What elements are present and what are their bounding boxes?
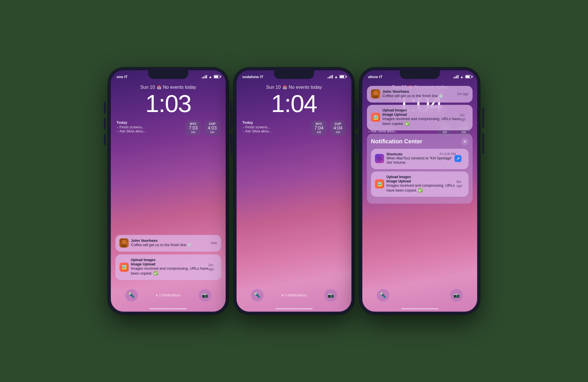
notif-upload-text: Upload Images Image Upload Images receiv… — [131, 258, 208, 276]
world-clock-cup: CUP 4:03 AM — [204, 120, 220, 136]
status-icons: ▲ — [453, 75, 471, 79]
battery-fill — [340, 76, 344, 78]
signal-icon — [202, 75, 207, 78]
center-upload-notification[interactable]: 🖼️ Upload Images Image Upload Images rec… — [371, 171, 469, 197]
cup-time: 4:04 — [333, 126, 342, 131]
svg-point-5 — [374, 91, 377, 95]
nyc-city-label: NYC — [316, 122, 322, 126]
world-clock-nyc: NYC 7:03 AM — [185, 120, 201, 136]
signal-bar-2 — [329, 76, 330, 78]
cup-time: 4:03 — [208, 126, 216, 131]
status-icons: ▲ — [202, 75, 220, 79]
date-text: Sun 10 — [266, 85, 281, 90]
upload-app-icon: 🖼️ — [119, 263, 129, 272]
wifi-icon: ▲ — [460, 75, 464, 79]
cup-ampm: AM — [210, 131, 214, 134]
bottom-bar: 🔦 📷 — [362, 284, 477, 312]
camera-button[interactable]: 📷 — [324, 289, 337, 302]
battery-fill — [214, 76, 218, 78]
camera-button[interactable]: 📷 — [199, 289, 211, 302]
notif-center-header: Notification Center ✕ — [371, 138, 469, 145]
notif-upload-text: Upload Images Image Upload Images receiv… — [382, 108, 460, 126]
signal-icon — [453, 75, 459, 78]
notch — [274, 70, 314, 79]
shortcuts-title: When MaxTicci connects to "KIA Sportage" — [386, 156, 452, 160]
svg-point-1 — [121, 244, 127, 248]
notif-upload-title: Image Upload — [382, 112, 460, 117]
flashlight-button[interactable]: 🔦 — [251, 289, 264, 302]
shortcuts-body: Set Volume — [386, 160, 452, 165]
notif-upload-title: Image Upload — [131, 262, 208, 266]
notif-time: 1m ago — [457, 92, 469, 96]
reminders-widget: Today Finish screens... Ask Silvia abou.… — [242, 120, 308, 133]
notification-upload[interactable]: 🖼️ Upload Images Image Upload Images rec… — [115, 254, 221, 280]
cup-ampm: AM — [336, 131, 340, 134]
center-upload-body: Images received and compressing. URLs ha… — [386, 183, 457, 193]
widgets-row: Today Finish screens... Ask Silvia abou.… — [237, 120, 351, 136]
notif-count-label: 5 Notifications — [285, 293, 306, 297]
carrier-label: one IT — [117, 75, 127, 79]
camera-button[interactable]: 📷 — [450, 289, 463, 302]
notifications-area: John Voorhees Coffee will get us to the … — [115, 235, 221, 283]
center-upload-title: Image Upload — [386, 179, 457, 183]
notif-dot — [282, 294, 283, 296]
notification-count: 2 Notifications — [156, 293, 181, 297]
nyc-ampm: AM — [191, 131, 196, 134]
lock-screen-content: Sun 10 📅 No events today 1:04 Today Fini… — [237, 85, 351, 138]
notif-upload-appname: Upload Images — [131, 258, 208, 262]
notif-header: John Voorhees Coffee will get us to the … — [119, 238, 217, 248]
date-line: Sun 10 📅 No events today — [237, 85, 351, 90]
signal-bar-4 — [206, 75, 207, 78]
reminder-item-1: Finish screens... — [117, 125, 182, 129]
widgets-row: Today Finish screens... Ask Silvia abou.… — [111, 120, 226, 136]
notif-header: John Voorhees Coffee will get us to the … — [371, 89, 469, 99]
upload-app-icon: 🖼️ — [371, 113, 380, 122]
nyc-ampm: AM — [317, 131, 321, 134]
carrier-label: vodafone IT — [242, 75, 263, 79]
nyc-time: 7:03 — [189, 126, 198, 131]
signal-bar-3 — [330, 76, 331, 78]
reminder-item-2: Ask Silvia abou... — [117, 129, 182, 133]
live-notif-upload[interactable]: 🖼️ Upload Images Image Upload Images rec… — [367, 105, 473, 130]
flashlight-button[interactable]: 🔦 — [125, 289, 138, 302]
center-upload-header: 🖼️ Upload Images Image Upload Images rec… — [375, 175, 465, 193]
signal-bar-1 — [202, 77, 203, 78]
notif-count-label: 2 Notifications — [159, 293, 181, 297]
signal-bar-2 — [455, 76, 456, 78]
home-indicator — [401, 308, 438, 309]
shortcuts-notification[interactable]: ⬡ Shortcuts When MaxTicci connects to "K… — [371, 149, 469, 169]
notif-upload-appname: Upload Images — [382, 108, 460, 112]
phone-3: afone IT ▲ Sun 10 � — [359, 67, 480, 315]
notif-upload-header: 🖼️ Upload Images Image Upload Images rec… — [119, 258, 217, 276]
notif-upload-time: 2m ago — [460, 113, 469, 121]
no-events-text: No events today — [289, 85, 322, 90]
notif-upload-body: Images received and compressing. URLs ha… — [382, 117, 460, 126]
sender-avatar — [371, 89, 380, 99]
cup-city-label: CUP — [334, 122, 341, 126]
phone-1: one IT ▲ Sun 10 — [108, 67, 229, 315]
notif-body: Coffee will get us to the finish line 🍵 — [382, 94, 443, 99]
notification-message[interactable]: John Voorhees Coffee will get us to the … — [115, 235, 221, 252]
notif-upload-row: 🖼️ Upload Images Image Upload Images rec… — [119, 258, 208, 276]
flashlight-button[interactable]: 🔦 — [377, 289, 389, 302]
home-indicator — [150, 308, 187, 309]
calendar-icon: 📅 — [283, 85, 287, 90]
widget-today-label: Today — [117, 120, 182, 125]
reminder-item-2: Ask Silvia abou... — [242, 129, 308, 133]
signal-bar-1 — [453, 77, 454, 78]
battery-icon — [214, 75, 220, 78]
live-notif-message[interactable]: John Voorhees Coffee will get us to the … — [367, 86, 473, 103]
phone-2: vodafone IT ▲ Sun 10 — [234, 67, 354, 315]
date-line: Sun 10 📅 No events today — [111, 85, 226, 90]
sender-avatar — [119, 238, 129, 248]
cup-city-label: CUP — [209, 122, 215, 126]
notif-sender: John Voorhees — [131, 238, 192, 243]
nyc-time: 7:04 — [314, 126, 323, 131]
shortcuts-action-button[interactable]: ↗ — [454, 155, 461, 162]
time-display: 1:04 — [237, 91, 351, 116]
notif-center-close-button[interactable]: ✕ — [461, 138, 469, 145]
world-clock-cup: CUP 4:04 AM — [330, 120, 346, 136]
center-upload-time: 8m ago — [457, 180, 465, 188]
notif-dot — [156, 294, 158, 296]
shortcuts-header: ⬡ Shortcuts When MaxTicci connects to "K… — [375, 152, 465, 165]
